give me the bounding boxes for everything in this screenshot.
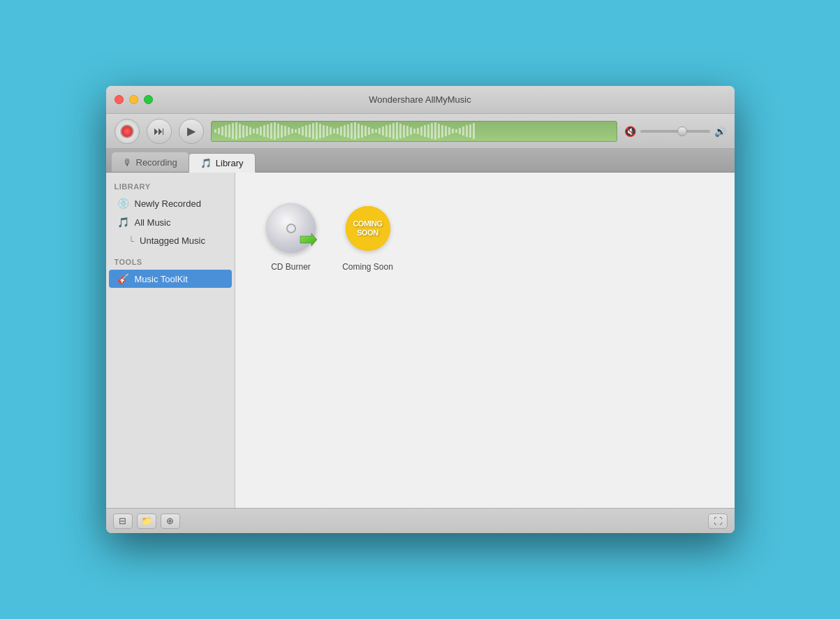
sidebar: LIBRARY 💿 Newly Recorded 🎵 All Music └ U…: [106, 173, 235, 508]
waveform-bar: [281, 125, 283, 138]
waveform-bar: [270, 123, 272, 139]
folder-icon: 📁: [141, 516, 152, 526]
waveform-bar: [249, 127, 251, 135]
waveform-bar: [298, 128, 300, 134]
waveform-bar: [333, 129, 335, 133]
tab-recording-label: Recording: [136, 157, 177, 168]
music-toolkit-icon: 🎸: [117, 273, 129, 284]
waveform-bar: [392, 123, 395, 139]
waveform-bar: [235, 122, 237, 140]
waveform-bar: [305, 125, 307, 136]
sidebar-item-untagged-music[interactable]: └ Untagged Music: [109, 232, 232, 249]
waveform-bar: [396, 122, 398, 140]
content-area: LIBRARY 💿 Newly Recorded 🎵 All Music └ U…: [106, 173, 735, 508]
waveform-bar: [288, 127, 290, 135]
waveform-bar: [375, 129, 377, 133]
waveform-bar: [371, 129, 374, 133]
waveform-bar: [228, 124, 230, 138]
waveform-bar: [452, 129, 454, 133]
newly-recorded-icon: 💿: [117, 198, 129, 209]
waveform-bar: [277, 124, 279, 139]
library-music-icon: 🎵: [200, 158, 212, 168]
coming-soon-label: Coming Soon: [342, 262, 393, 272]
cd-burner-label: CD Burner: [271, 262, 311, 272]
waveform-bars: [212, 122, 617, 141]
waveform-bar: [420, 126, 422, 136]
skip-button[interactable]: ⏭: [147, 119, 172, 144]
waveform-bar: [368, 127, 370, 135]
waveform-bar: [462, 126, 464, 136]
waveform-bar: [427, 124, 429, 138]
waveform-bar: [469, 124, 471, 138]
waveform-bar: [406, 126, 408, 136]
waveform-bar: [358, 124, 360, 139]
coming-soon-text: COMINGSOON: [353, 219, 382, 238]
waveform-bar: [316, 122, 318, 140]
fullscreen-button[interactable]: ⛶: [708, 514, 728, 529]
waveform-bar: [340, 126, 342, 136]
volume-low-icon: 🔇: [624, 126, 636, 137]
tab-library[interactable]: 🎵 Library: [189, 153, 256, 173]
waveform-bar: [413, 129, 415, 133]
bottom-bar: ⊟ 📁 ⊕ ⛶: [106, 508, 735, 533]
waveform-bar: [347, 124, 349, 138]
waveform-bar: [330, 127, 332, 135]
window-controls: [115, 95, 153, 104]
waveform-display: [211, 121, 617, 142]
microphone-icon: 🎙: [123, 157, 132, 168]
sidebar-item-all-music[interactable]: 🎵 All Music: [109, 213, 232, 231]
waveform-bar: [448, 127, 450, 135]
minimize-button[interactable]: [129, 95, 138, 104]
sub-prefix: └: [128, 236, 135, 246]
waveform-bar: [263, 125, 265, 136]
fullscreen-icon: ⛶: [714, 516, 722, 526]
waveform-bar: [221, 126, 223, 136]
export-icon: ⊕: [166, 516, 174, 526]
close-button[interactable]: [115, 95, 124, 104]
filter-button[interactable]: ⊟: [113, 514, 133, 529]
play-button[interactable]: ▶: [179, 119, 204, 144]
tools-grid: CD Burner COMINGSOON Coming Soon: [249, 187, 721, 286]
sidebar-item-music-toolkit[interactable]: 🎸 Music ToolKit: [109, 270, 232, 288]
waveform-bar: [225, 125, 227, 136]
all-music-icon: 🎵: [117, 217, 129, 228]
waveform-bar: [323, 125, 325, 138]
volume-high-icon: 🔊: [714, 126, 726, 137]
waveform-bar: [434, 122, 436, 140]
tab-library-label: Library: [216, 158, 244, 168]
tools-section-label: TOOLS: [106, 255, 235, 269]
waveform-bar: [246, 126, 248, 136]
record-button[interactable]: [115, 119, 140, 144]
waveform-bar: [239, 124, 241, 139]
volume-slider[interactable]: [640, 130, 710, 133]
waveform-bar: [267, 124, 269, 138]
waveform-bar: [438, 124, 440, 139]
waveform-bar: [441, 125, 443, 138]
waveform-bar: [253, 129, 255, 133]
volume-thumb: [677, 126, 687, 136]
folder-button[interactable]: 📁: [137, 514, 156, 529]
tab-recording[interactable]: 🎙 Recording: [112, 152, 189, 172]
skip-icon: ⏭: [154, 125, 165, 138]
coming-soon-item: COMINGSOON Coming Soon: [340, 201, 396, 272]
export-button[interactable]: ⊕: [161, 514, 180, 529]
record-icon: [120, 124, 134, 138]
waveform-bar: [459, 128, 461, 134]
waveform-bar: [364, 126, 367, 136]
waveform-bar: [344, 125, 346, 136]
waveform-bar: [312, 123, 314, 139]
untagged-music-label: Untagged Music: [140, 235, 205, 246]
waveform-bar: [302, 126, 304, 136]
waveform-bar: [361, 125, 363, 138]
cd-arrow-icon: [299, 232, 318, 247]
window-title: Wondershare AllMyMusic: [369, 94, 471, 105]
tabbar: 🎙 Recording 🎵 Library: [106, 149, 735, 173]
cd-burner-item[interactable]: CD Burner: [263, 201, 319, 272]
maximize-button[interactable]: [144, 95, 153, 104]
app-window: Wondershare AllMyMusic ⏭ ▶ 🔇 🔊 🎙 Recordi: [106, 86, 735, 533]
waveform-bar: [466, 125, 468, 136]
main-panel: CD Burner COMINGSOON Coming Soon: [235, 173, 735, 508]
sidebar-item-newly-recorded[interactable]: 💿 Newly Recorded: [109, 194, 232, 212]
waveform-bar: [445, 126, 447, 136]
waveform-bar: [242, 125, 244, 138]
